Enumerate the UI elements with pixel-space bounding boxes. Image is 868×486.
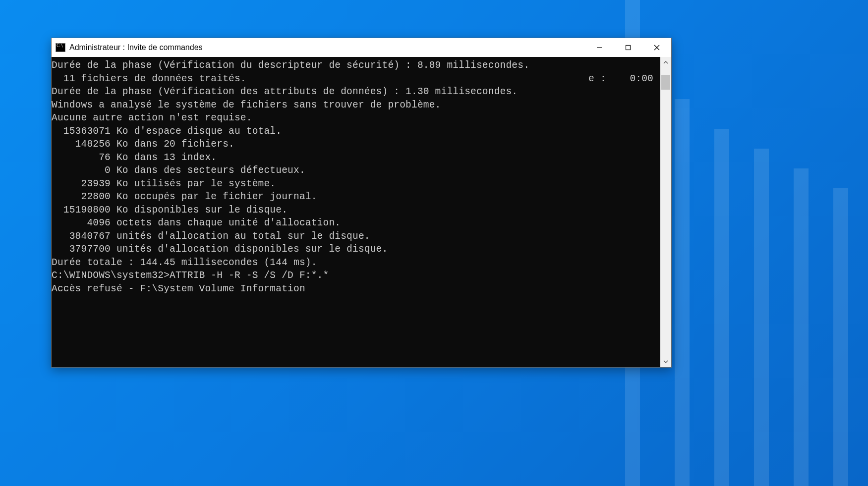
minimize-button[interactable]	[585, 38, 614, 57]
console-line: 4096 octets dans chaque unité d'allocati…	[52, 216, 660, 230]
window-controls	[585, 38, 671, 57]
scroll-thumb[interactable]	[661, 75, 670, 90]
console-line: C:\WINDOWS\system32>ATTRIB -H -R -S /S /…	[52, 269, 660, 282]
console-output[interactable]: Durée de la phase (Vérification du descr…	[52, 57, 660, 367]
cmd-icon	[56, 43, 65, 52]
window-title: Administrateur : Invite de commandes	[69, 43, 203, 52]
console-line: 3840767 unités d'allocation au total sur…	[52, 230, 660, 243]
titlebar[interactable]: Administrateur : Invite de commandes	[52, 38, 671, 57]
console-line: Accès refusé - F:\System Volume Informat…	[52, 282, 660, 296]
scroll-up-button[interactable]	[660, 57, 671, 68]
chevron-up-icon	[663, 60, 668, 65]
maximize-icon	[625, 45, 631, 51]
scroll-track[interactable]	[660, 68, 671, 356]
chevron-down-icon	[663, 359, 668, 364]
console-line: Windows a analysé le système de fichiers…	[52, 99, 660, 112]
console-line: 22800 Ko occupés par le fichier journal.	[52, 190, 660, 204]
console-line: 11 fichiers de données traités. e : 0:00	[52, 72, 660, 86]
vertical-scrollbar[interactable]	[660, 57, 671, 367]
scroll-down-button[interactable]	[660, 356, 671, 367]
svg-rect-1	[626, 46, 631, 50]
console-line: 0 Ko dans des secteurs défectueux.	[52, 164, 660, 177]
console-line: Durée totale : 144.45 millisecondes (144…	[52, 256, 660, 270]
maximize-button[interactable]	[614, 38, 642, 57]
command-prompt-window: Administrateur : Invite de commandes Dur…	[51, 38, 672, 368]
console-line: 15363071 Ko d'espace disque au total.	[52, 125, 660, 138]
minimize-icon	[596, 45, 602, 51]
console-line: 76 Ko dans 13 index.	[52, 151, 660, 164]
console-line: 3797700 unités d'allocation disponibles …	[52, 243, 660, 256]
console-line: Durée de la phase (Vérification des attr…	[52, 85, 660, 99]
console-line: 23939 Ko utilisés par le système.	[52, 177, 660, 191]
close-button[interactable]	[642, 38, 671, 57]
console-line: 15190800 Ko disponibles sur le disque.	[52, 204, 660, 217]
close-icon	[654, 45, 660, 51]
console-line: Durée de la phase (Vérification du descr…	[52, 59, 660, 72]
console-line: Aucune autre action n'est requise.	[52, 111, 660, 125]
console-line: 148256 Ko dans 20 fichiers.	[52, 138, 660, 151]
